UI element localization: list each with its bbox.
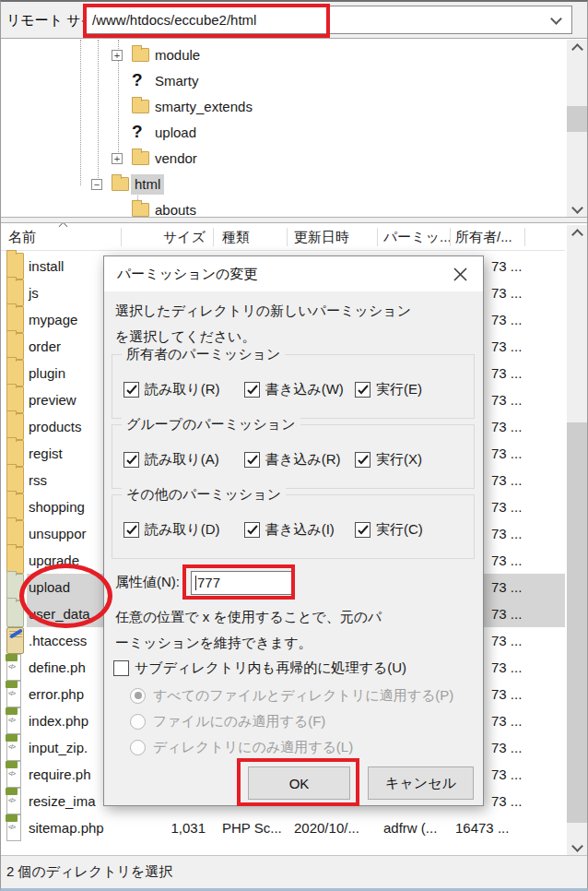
file-name: plugin [29, 360, 65, 386]
file-name: js [29, 279, 39, 306]
php-icon [6, 681, 21, 707]
check-mark-icon [247, 385, 258, 395]
remote-path-combobox[interactable]: /www/htdocs/eccube2/html [85, 6, 572, 34]
radio-button[interactable] [130, 740, 146, 755]
checkbox[interactable] [123, 382, 139, 398]
permission-checkbox-item: 実行(C) [355, 521, 423, 539]
folder-icon [6, 253, 24, 279]
recurse-checkbox[interactable] [113, 660, 129, 676]
close-icon[interactable] [444, 261, 476, 287]
tree-item[interactable]: + module [1, 42, 563, 68]
tree-item[interactable]: − html [1, 172, 563, 197]
chevron-down-icon[interactable] [550, 13, 562, 25]
scroll-down-arrow-icon[interactable] [567, 198, 587, 217]
permission-value: 777 [197, 572, 220, 594]
permission-group-legend: その他のパーミッション [122, 486, 286, 504]
list-scrollbar[interactable] [567, 225, 587, 855]
tree-item-label: module [151, 45, 204, 65]
file-owner-partial: 73 ... [491, 253, 522, 279]
radio-label: ディレクトリにのみ適用する(L) [153, 739, 353, 756]
tree-item[interactable]: abouts [1, 197, 563, 217]
tree-item[interactable]: ? upload [1, 120, 563, 146]
tree-expander-icon[interactable]: + [112, 50, 123, 61]
folder-icon [112, 177, 129, 191]
file-size: 1,031 [130, 814, 206, 841]
radio-option: ファイルにのみ適用する(F) [130, 708, 453, 734]
folder-icon [6, 386, 24, 413]
checkbox[interactable] [355, 382, 370, 398]
file-owner-partial: 73 ... [491, 547, 522, 574]
radio-button[interactable] [130, 688, 146, 704]
file-row[interactable]: sitemap.php 1,031 PHP Sc... 2020/10/... … [1, 814, 565, 841]
tree-item-label: html [131, 174, 164, 195]
checkbox-label: 書き込み(W) [265, 381, 344, 398]
permission-groups: 所有者のパーミッション 読み取り(R) 書き込み(W) 実行(E) グループのパ… [104, 354, 483, 564]
file-owner-partial: 73 ... [491, 360, 522, 386]
file-name: .htaccess [29, 627, 87, 654]
tree-expander-icon[interactable]: − [91, 179, 102, 190]
ok-button[interactable]: OK [248, 766, 350, 800]
remote-directory-tree: + module ? Smarty smarty_extends ? uploa… [1, 40, 587, 217]
permission-value-input[interactable]: 777 [191, 571, 292, 595]
permission-checkbox-item: 書き込み(W) [244, 381, 355, 398]
check-mark-icon [126, 455, 137, 465]
checkbox-label: 読み取り(R) [145, 381, 220, 398]
selection-status-text: 2 個のディレクトリを選択 [6, 856, 172, 886]
file-owner-partial: 73 ... [491, 520, 522, 547]
checkbox[interactable] [244, 452, 260, 468]
file-owner-partial: 73 ... [491, 440, 522, 467]
radio-dot [135, 692, 142, 699]
folder-icon [6, 279, 24, 306]
php-icon [6, 707, 21, 734]
dialog-title-bar[interactable]: パーミッションの変更 [104, 256, 483, 291]
tree-scrollbar-thumb[interactable] [567, 106, 587, 132]
permission-checkbox-item: 読み取り(R) [123, 381, 244, 398]
php-icon [6, 734, 21, 761]
scroll-up-arrow-icon[interactable] [567, 225, 587, 244]
text-cursor [195, 576, 196, 590]
checkbox[interactable] [123, 522, 139, 538]
apply-scope-radios: すべてのファイルとディレクトリに適用する(P) ファイルにのみ適用する(F) デ… [130, 683, 453, 760]
permission-group-legend: 所有者のパーミッション [122, 346, 285, 363]
folder-selected-icon [6, 600, 24, 627]
file-name: require.ph [29, 761, 91, 788]
checkbox[interactable] [355, 452, 370, 468]
tree-scrollbar[interactable] [567, 40, 587, 217]
checkbox[interactable] [244, 522, 260, 538]
tree-item[interactable]: + vendor [1, 146, 563, 172]
checkbox[interactable] [244, 382, 260, 398]
file-owner-partial: 73 ... [491, 574, 522, 600]
folder-icon [132, 203, 149, 217]
tree-item-label: upload [151, 123, 200, 143]
permission-checkbox-item: 書き込み(I) [244, 521, 355, 539]
folder-icon [132, 151, 149, 165]
tree-item[interactable]: ? Smarty [1, 68, 563, 94]
numeric-value-label: 属性値(N): [115, 574, 180, 591]
tree-expander-icon[interactable]: + [112, 153, 123, 164]
folder-icon [132, 100, 149, 113]
permission-checkbox-row: 読み取り(R) 書き込み(W) 実行(E) [123, 381, 422, 398]
recurse-option-row: サブディレクトリ内も再帰的に処理する(U) [113, 659, 406, 677]
window-bottom-edge [1, 885, 587, 891]
file-name: upload [29, 574, 70, 600]
scroll-up-arrow-icon[interactable] [567, 40, 587, 58]
scroll-down-arrow-icon[interactable] [567, 837, 587, 855]
list-scrollbar-thumb[interactable] [567, 422, 587, 823]
file-owner-partial: 73 ... [491, 627, 522, 654]
file-owner-partial: 73 ... [491, 654, 522, 681]
file-owner-partial: 73 ... [491, 279, 522, 306]
folder-icon [6, 493, 24, 520]
file-owner-partial: 73 ... [491, 413, 522, 440]
folder-icon [6, 360, 24, 386]
php-icon [6, 654, 21, 681]
cancel-button[interactable]: キャンセル [368, 766, 474, 800]
radio-option: ディレクトリにのみ適用する(L) [130, 734, 453, 760]
radio-button[interactable] [130, 714, 146, 730]
panel-splitter[interactable] [1, 217, 587, 223]
folder-selected-icon [6, 574, 24, 600]
checkbox[interactable] [123, 452, 139, 468]
permission-checkbox-row: 読み取り(A) 書き込み(R) 実行(X) [123, 451, 422, 469]
tree-item[interactable]: smarty_extends [1, 94, 563, 120]
checkbox[interactable] [355, 522, 370, 538]
permission-group-legend: グループのパーミッション [122, 416, 300, 434]
